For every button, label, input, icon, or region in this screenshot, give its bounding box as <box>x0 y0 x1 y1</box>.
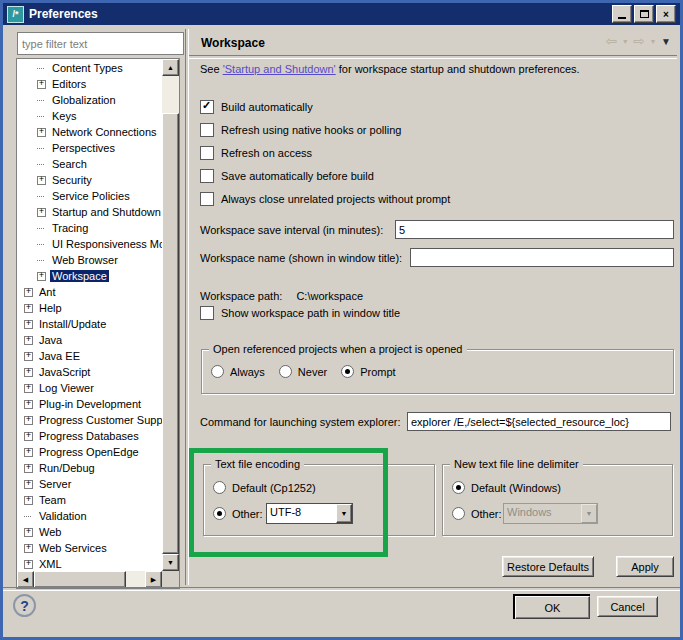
checkbox-unchecked[interactable] <box>200 192 214 206</box>
tree-item-security[interactable]: +Security <box>17 172 162 188</box>
filter-input[interactable] <box>17 32 184 55</box>
expand-icon[interactable]: + <box>24 368 33 377</box>
apply-button[interactable]: Apply <box>616 556 674 577</box>
forward-menu-icon[interactable]: ▾ <box>651 37 655 46</box>
explorer-command-input[interactable] <box>407 412 671 431</box>
expand-icon[interactable]: + <box>24 464 33 473</box>
ok-button[interactable]: OK <box>513 594 590 619</box>
show-path-row[interactable]: Show workspace path in window title <box>200 306 400 319</box>
restore-defaults-button[interactable]: Restore Defaults <box>502 556 594 577</box>
scroll-left-icon[interactable]: ◀ <box>17 571 34 588</box>
radio-selected[interactable] <box>341 365 354 378</box>
close-button[interactable]: × <box>656 5 676 23</box>
encoding-other-radio[interactable] <box>213 507 226 520</box>
tree-item-search[interactable]: Search <box>17 156 162 172</box>
tree-item-java-ee[interactable]: +Java EE <box>17 348 162 364</box>
view-menu-icon[interactable]: ▼ <box>661 36 671 47</box>
tree-item-startup-and-shutdown[interactable]: +Startup and Shutdown <box>17 204 162 220</box>
tree-item-tracing[interactable]: Tracing <box>17 220 162 236</box>
vertical-scroll-thumb[interactable] <box>162 113 179 554</box>
encoding-default-row[interactable]: Default (Cp1252) <box>213 481 316 494</box>
expand-icon[interactable]: + <box>24 320 33 329</box>
expand-icon[interactable]: + <box>37 176 46 185</box>
maximize-button[interactable] <box>634 5 654 23</box>
tree-item-help[interactable]: +Help <box>17 300 162 316</box>
delimiter-default-radio[interactable] <box>452 481 465 494</box>
encoding-default-radio[interactable] <box>213 481 226 494</box>
radio-row-always[interactable]: Always <box>211 365 265 378</box>
tree-item-web-browser[interactable]: Web Browser <box>17 252 162 268</box>
tree-item-javascript[interactable]: +JavaScript <box>17 364 162 380</box>
tree-vertical-scrollbar[interactable]: ▲ ▼ <box>162 59 179 571</box>
delimiter-other-row[interactable]: Other: <box>452 507 502 520</box>
scroll-down-icon[interactable]: ▼ <box>162 554 179 571</box>
expand-icon[interactable]: + <box>24 496 33 505</box>
expand-icon[interactable]: + <box>37 272 46 281</box>
tree-item-xml[interactable]: +XML <box>17 556 162 572</box>
tree-item-run-debug[interactable]: +Run/Debug <box>17 460 162 476</box>
back-arrow-icon[interactable]: ⇦ <box>606 33 618 49</box>
horizontal-scroll-thumb[interactable] <box>34 571 126 588</box>
tree-item-log-viewer[interactable]: +Log Viewer <box>17 380 162 396</box>
checkbox-unchecked[interactable] <box>200 169 214 183</box>
expand-icon[interactable]: + <box>24 384 33 393</box>
back-menu-icon[interactable]: ▾ <box>623 37 627 46</box>
tree-item-install-update[interactable]: +Install/Update <box>17 316 162 332</box>
checkbox-unchecked[interactable] <box>200 146 214 160</box>
tree-item-ui-responsiveness-mo[interactable]: UI Responsiveness Mo <box>17 236 162 252</box>
encoding-combo-dropdown-icon[interactable]: ▼ <box>336 504 352 523</box>
expand-icon[interactable]: + <box>24 400 33 409</box>
radio-unselected[interactable] <box>279 365 292 378</box>
expand-icon[interactable]: + <box>24 416 33 425</box>
expand-icon[interactable]: + <box>37 80 46 89</box>
expand-icon[interactable]: + <box>24 480 33 489</box>
help-button[interactable]: ? <box>13 594 36 617</box>
delimiter-default-row[interactable]: Default (Windows) <box>452 481 561 494</box>
tree-item-server[interactable]: +Server <box>17 476 162 492</box>
expand-icon[interactable]: + <box>37 128 46 137</box>
tree-item-globalization[interactable]: Globalization <box>17 92 162 108</box>
save-interval-input[interactable] <box>395 220 674 239</box>
radio-row-never[interactable]: Never <box>279 365 327 378</box>
expand-icon[interactable]: + <box>24 432 33 441</box>
radio-row-prompt[interactable]: Prompt <box>341 365 395 378</box>
expand-icon[interactable]: + <box>37 208 46 217</box>
checkbox-row-refresh-on-access[interactable]: Refresh on access <box>200 146 450 159</box>
expand-icon[interactable]: + <box>24 288 33 297</box>
tree-item-keys[interactable]: Keys <box>17 108 162 124</box>
expand-icon[interactable]: + <box>24 352 33 361</box>
show-path-checkbox[interactable] <box>200 306 214 320</box>
workspace-name-input[interactable] <box>410 248 674 267</box>
tree-item-progress-openedge[interactable]: +Progress OpenEdge <box>17 444 162 460</box>
tree-item-workspace[interactable]: +Workspace <box>17 268 162 284</box>
checkbox-row-always-close-unrelated-projects-without-prompt[interactable]: Always close unrelated projects without … <box>200 192 450 205</box>
forward-arrow-icon[interactable]: ⇨ <box>633 33 645 49</box>
encoding-other-row[interactable]: Other: <box>213 507 263 520</box>
checkbox-row-refresh-using-native-hooks-or-polling[interactable]: Refresh using native hooks or polling <box>200 123 450 136</box>
checkbox-row-save-automatically-before-build[interactable]: Save automatically before build <box>200 169 450 182</box>
startup-shutdown-link[interactable]: 'Startup and Shutdown' <box>223 63 336 75</box>
tree-item-content-types[interactable]: Content Types <box>17 60 162 76</box>
scroll-right-icon[interactable]: ▶ <box>145 571 162 588</box>
radio-unselected[interactable] <box>211 365 224 378</box>
scroll-up-icon[interactable]: ▲ <box>162 59 179 76</box>
tree-item-ant[interactable]: +Ant <box>17 284 162 300</box>
tree-item-validation[interactable]: Validation <box>17 508 162 524</box>
tree-item-plug-in-development[interactable]: +Plug-in Development <box>17 396 162 412</box>
expand-icon[interactable]: + <box>24 448 33 457</box>
title-bar[interactable]: /* Preferences × <box>3 3 680 25</box>
checkbox-unchecked[interactable] <box>200 123 214 137</box>
tree-item-progress-customer-suppor[interactable]: +Progress Customer Suppor <box>17 412 162 428</box>
expand-icon[interactable]: + <box>24 528 33 537</box>
checkbox-row-build-automatically[interactable]: Build automatically <box>200 100 450 113</box>
cancel-button[interactable]: Cancel <box>597 596 658 617</box>
tree-item-web[interactable]: +Web <box>17 524 162 540</box>
tree-item-perspectives[interactable]: Perspectives <box>17 140 162 156</box>
checkbox-checked[interactable] <box>200 100 214 114</box>
encoding-combo[interactable]: UTF-8 ▼ <box>266 503 353 524</box>
tree-item-service-policies[interactable]: Service Policies <box>17 188 162 204</box>
expand-icon[interactable]: + <box>24 304 33 313</box>
tree-item-java[interactable]: +Java <box>17 332 162 348</box>
expand-icon[interactable]: + <box>24 560 33 569</box>
minimize-button[interactable] <box>612 5 632 23</box>
